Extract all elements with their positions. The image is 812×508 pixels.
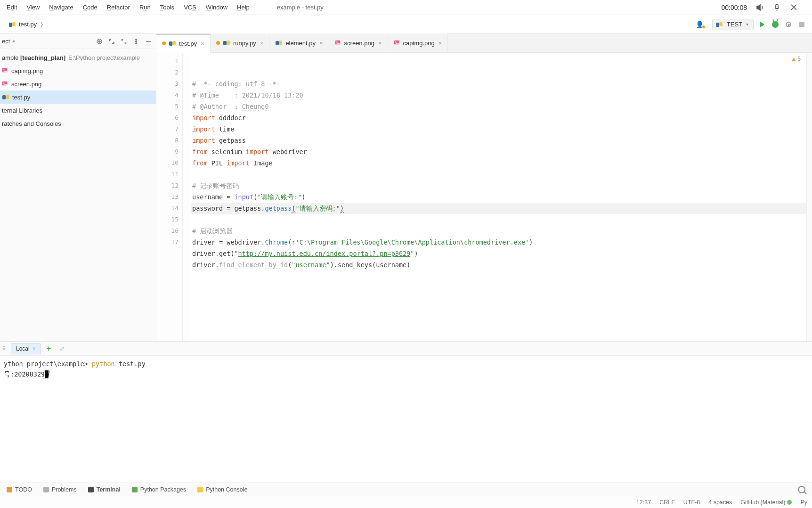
tool-icon: [132, 487, 138, 492]
menu-edit[interactable]: Edit: [2, 2, 22, 13]
python-file-icon: [169, 40, 176, 47]
code-line[interactable]: password = getpass.getpass("请输入密码:"): [191, 203, 812, 214]
python-file-icon: [715, 21, 723, 28]
close-icon[interactable]: ×: [319, 40, 323, 47]
hide-tool-window-icon[interactable]: [144, 37, 153, 46]
tab-label: runpy.py: [233, 40, 256, 47]
run-configuration-selector[interactable]: TEST ▾: [712, 19, 754, 30]
project-selector[interactable]: ect: [0, 38, 10, 45]
terminal-command: python: [92, 360, 115, 368]
new-terminal-button[interactable]: +: [43, 344, 55, 353]
expand-all-icon[interactable]: [107, 37, 116, 46]
python-file-icon: [223, 39, 230, 47]
close-recording-icon[interactable]: [788, 2, 800, 13]
toolwindow-tab-terminal[interactable]: Terminal: [88, 486, 121, 493]
terminal-tool-window: ⠿ Local × + ⤢ ython project\example> pyt…: [0, 341, 812, 483]
window-title: example - test.py: [277, 4, 324, 11]
toolwindow-tab-python-console[interactable]: Python Console: [197, 486, 247, 493]
close-icon[interactable]: ×: [32, 345, 36, 352]
code-line[interactable]: # @Time : 2021/10/18 13:20: [191, 90, 812, 101]
editor-tab[interactable]: element.py×: [269, 33, 329, 52]
debug-button[interactable]: [771, 21, 779, 28]
dirty-indicator: [162, 41, 166, 45]
breadcrumb[interactable]: test.py ❭: [4, 19, 49, 30]
project-root[interactable]: ample [teaching_plan] E:\Python project\…: [0, 51, 156, 64]
code-line[interactable]: [191, 214, 812, 225]
chevron-down-icon: ▾: [746, 22, 748, 27]
code-line[interactable]: # 记录账号密码: [191, 180, 812, 191]
menu-navigate[interactable]: Navigate: [44, 2, 78, 13]
run-with-coverage-button[interactable]: [785, 21, 792, 28]
code-with-me-icon[interactable]: 👤: [696, 21, 704, 28]
toolwindow-tab-python-packages[interactable]: Python Packages: [132, 486, 186, 493]
editor-tab[interactable]: capimg.png×: [388, 33, 448, 52]
code-line[interactable]: import getpass: [191, 135, 812, 146]
tool-window-bar: TODOProblemsTerminalPython PackagesPytho…: [0, 483, 812, 496]
toolwindow-tab-problems[interactable]: Problems: [43, 486, 77, 493]
terminal-output[interactable]: ython project\example> python test.py 号:…: [0, 356, 812, 483]
editor-gutter[interactable]: 1234567891011121314151617: [156, 53, 183, 341]
stop-button[interactable]: [798, 21, 805, 28]
code-line[interactable]: # 启动浏览器: [191, 225, 812, 237]
code-line[interactable]: driver.get("http://my.nuist.edu.cn/index…: [191, 248, 812, 259]
tree-file[interactable]: screen.png: [0, 77, 156, 90]
code-line[interactable]: driver.find_element_by_id("username").se…: [191, 259, 812, 270]
code-line[interactable]: import time: [191, 123, 812, 135]
file-encoding[interactable]: UTF-8: [683, 499, 700, 506]
caret-position[interactable]: 12:37: [636, 499, 651, 506]
code-line[interactable]: # @Author : Cheung0: [191, 101, 812, 112]
project-tree[interactable]: ample [teaching_plan] E:\Python project\…: [0, 49, 156, 130]
maximize-terminal-icon[interactable]: ⤢: [57, 345, 67, 352]
code-line[interactable]: driver = webdriver.Chrome(r'C:\Program F…: [191, 237, 812, 248]
options-icon[interactable]: [131, 37, 141, 46]
code-line[interactable]: from PIL import Image: [191, 157, 812, 169]
toolwindow-tab-todo[interactable]: TODO: [7, 486, 32, 493]
tree-file[interactable]: test.py: [0, 90, 156, 104]
inspection-badge[interactable]: ▲ 5: [791, 56, 801, 62]
tool-icon: [7, 487, 12, 492]
menu-vcs[interactable]: VCS: [179, 2, 201, 13]
menu-code[interactable]: Code: [78, 2, 102, 13]
menu-refactor[interactable]: Refactor: [102, 2, 135, 13]
speaker-icon[interactable]: [755, 2, 766, 13]
indent-setting[interactable]: 4 spaces: [708, 499, 732, 506]
editor-tab[interactable]: runpy.py×: [211, 33, 270, 52]
code-line[interactable]: # -*- coding: utf-8 -*-: [191, 78, 812, 90]
tree-node[interactable]: ratches and Consoles: [0, 117, 156, 130]
menubar: EditViewNavigateCodeRefactorRunToolsVCSW…: [0, 0, 812, 15]
locate-file-icon[interactable]: [95, 37, 104, 46]
tree-file[interactable]: capimg.png: [0, 64, 156, 77]
editor-tab[interactable]: screen.png×: [329, 33, 388, 52]
recording-time: 00:00:08: [722, 4, 747, 11]
code-line[interactable]: [191, 169, 812, 180]
editor-pane: test.py×runpy.py×element.py×screen.png×c…: [156, 34, 812, 341]
overview-ruler[interactable]: [806, 53, 812, 341]
search-icon[interactable]: [798, 486, 805, 493]
menu-help[interactable]: Help: [232, 2, 254, 13]
code-line[interactable]: import ddddocr: [191, 112, 812, 123]
tab-label: screen.png: [344, 40, 374, 47]
mic-icon[interactable]: [771, 2, 783, 13]
code-line[interactable]: from selenium import webdriver: [191, 146, 812, 157]
fold-strip[interactable]: [183, 53, 189, 341]
close-icon[interactable]: ×: [378, 40, 382, 47]
tree-node[interactable]: ternal Libraries: [0, 104, 156, 117]
theme-indicator[interactable]: GitHub (Material): [740, 499, 792, 506]
collapse-all-icon[interactable]: [119, 37, 129, 46]
menu-view[interactable]: View: [22, 2, 44, 13]
editor-tab[interactable]: test.py×: [156, 34, 211, 53]
close-icon[interactable]: ×: [201, 40, 204, 47]
close-icon[interactable]: ×: [260, 40, 264, 47]
tool-icon: [88, 487, 94, 492]
menu-tools[interactable]: Tools: [155, 2, 179, 13]
interpreter-indicator[interactable]: Py: [800, 499, 807, 506]
menu-run[interactable]: Run: [135, 2, 155, 13]
line-separator[interactable]: CRLF: [659, 499, 675, 506]
terminal-drag-handle[interactable]: ⠿: [2, 345, 6, 352]
code-line[interactable]: username = input("请输入账号:"): [191, 191, 812, 203]
run-button[interactable]: [758, 21, 766, 28]
close-icon[interactable]: ×: [438, 40, 442, 47]
terminal-tab-local[interactable]: Local ×: [11, 343, 41, 354]
menu-window[interactable]: Window: [201, 2, 232, 13]
code-editor[interactable]: # -*- coding: utf-8 -*-# @Time : 2021/10…: [189, 53, 812, 341]
